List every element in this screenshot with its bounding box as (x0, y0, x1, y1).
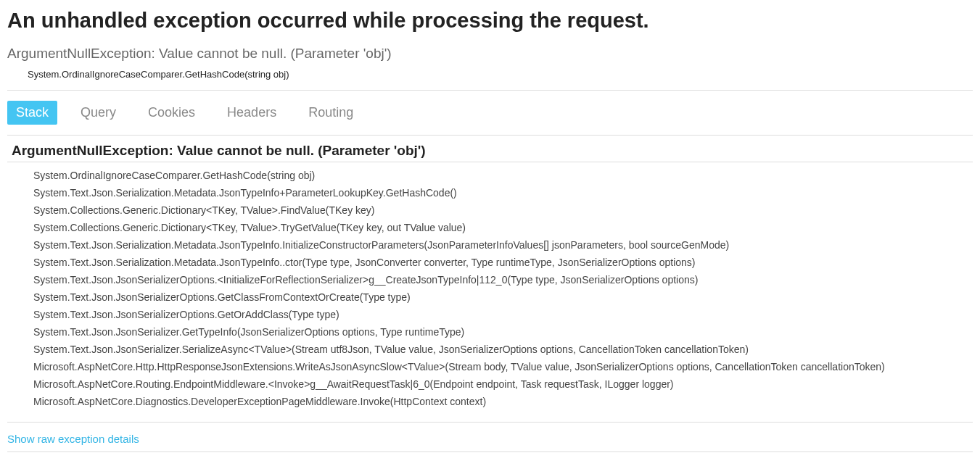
exception-source: System.OrdinalIgnoreCaseComparer.GetHash… (28, 69, 973, 80)
stack-frame[interactable]: System.Text.Json.JsonSerializer.Serializ… (33, 341, 973, 358)
stack-frame[interactable]: System.Collections.Generic.Dictionary<TK… (33, 201, 973, 219)
divider (7, 135, 973, 136)
stack-frame[interactable]: System.Text.Json.Serialization.Metadata.… (33, 236, 973, 254)
stack-frame[interactable]: System.Text.Json.Serialization.Metadata.… (33, 254, 973, 271)
stack-frame[interactable]: Microsoft.AspNetCore.Routing.EndpointMid… (33, 375, 973, 393)
divider (7, 90, 973, 91)
stack-frame[interactable]: System.Text.Json.Serialization.Metadata.… (33, 184, 973, 201)
tab-bar: Stack Query Cookies Headers Routing (7, 101, 973, 125)
stack-frame[interactable]: System.Collections.Generic.Dictionary<TK… (33, 219, 973, 236)
divider (7, 452, 973, 452)
stack-frame[interactable]: System.Text.Json.JsonSerializerOptions.<… (33, 271, 973, 288)
stack-title: ArgumentNullException: Value cannot be n… (7, 143, 973, 159)
exception-summary: ArgumentNullException: Value cannot be n… (7, 46, 973, 62)
show-raw-exception-link[interactable]: Show raw exception details (7, 433, 139, 445)
stack-frame[interactable]: System.OrdinalIgnoreCaseComparer.GetHash… (33, 167, 973, 184)
stack-frames: System.OrdinalIgnoreCaseComparer.GetHash… (7, 167, 973, 410)
tab-stack[interactable]: Stack (7, 101, 57, 125)
tab-routing[interactable]: Routing (300, 101, 362, 125)
page-title: An unhandled exception occurred while pr… (7, 9, 973, 33)
stack-frame[interactable]: Microsoft.AspNetCore.Http.HttpResponseJs… (33, 358, 973, 375)
divider (7, 422, 973, 423)
tab-query[interactable]: Query (72, 101, 125, 125)
stack-frame[interactable]: System.Text.Json.JsonSerializer.GetTypeI… (33, 323, 973, 341)
stack-frame[interactable]: Microsoft.AspNetCore.Diagnostics.Develop… (33, 393, 973, 410)
stack-frame[interactable]: System.Text.Json.JsonSerializerOptions.G… (33, 288, 973, 306)
tab-headers[interactable]: Headers (218, 101, 285, 125)
stack-frame[interactable]: System.Text.Json.JsonSerializerOptions.G… (33, 306, 973, 323)
tab-cookies[interactable]: Cookies (139, 101, 204, 125)
divider (7, 162, 973, 162)
